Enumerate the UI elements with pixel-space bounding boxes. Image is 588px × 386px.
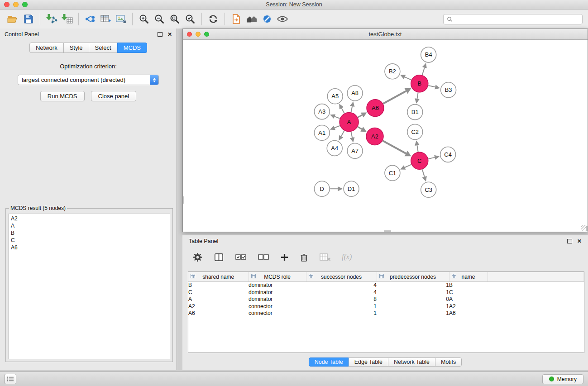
zoom-network-window-button[interactable] [204, 32, 209, 37]
new-network-button[interactable] [82, 12, 98, 26]
add-row-button[interactable] [280, 253, 289, 262]
delete-table-button[interactable] [319, 253, 331, 262]
memory-button[interactable]: Memory [542, 374, 583, 384]
result-item[interactable]: C [9, 237, 170, 244]
open-file-button[interactable] [5, 12, 21, 26]
graph-edge[interactable] [422, 67, 425, 75]
network-canvas[interactable]: AA2A6BCA1A3A4A5A7A8B1B2B3B4C1C2C3C4DD1 [183, 40, 588, 232]
graph-node[interactable]: B3 [441, 82, 456, 98]
tab-node-table[interactable]: Node Table [309, 357, 349, 367]
graph-node[interactable]: B4 [421, 47, 436, 62]
zoom-selected-button[interactable] [182, 12, 198, 26]
zoom-fit-button[interactable] [167, 12, 182, 26]
network-graph[interactable]: AA2A6BCA1A3A4A5A7A8B1B2B3B4C1C2C3C4DD1 [183, 40, 588, 232]
column-header-predecessor-nodes[interactable]: predecessor nodes [377, 272, 449, 282]
graph-node[interactable]: C1 [385, 165, 400, 181]
graph-edge[interactable] [358, 127, 362, 129]
refresh-view-button[interactable] [206, 12, 221, 26]
graph-edge[interactable] [341, 131, 344, 136]
graph-edge[interactable] [422, 169, 425, 176]
result-item[interactable]: A6 [9, 244, 170, 251]
graph-node[interactable]: C2 [407, 124, 423, 140]
graph-edge[interactable] [383, 141, 406, 153]
show-hide-details-button[interactable] [275, 12, 290, 26]
column-header-successor-nodes[interactable]: successor nodes [306, 272, 377, 282]
run-mcds-button[interactable]: Run MCDS [40, 91, 85, 101]
table-row[interactable]: A6connector11A6 [188, 310, 584, 317]
graph-edge[interactable] [417, 92, 418, 99]
column-header-mcds-role[interactable]: MCDS role [249, 272, 306, 282]
graph-edge[interactable] [335, 126, 340, 128]
search-box[interactable] [443, 14, 583, 24]
graph-node[interactable]: A8 [347, 86, 363, 101]
graph-edge[interactable] [351, 132, 353, 138]
close-network-window-button[interactable] [187, 32, 192, 37]
column-header-name[interactable]: name [449, 272, 488, 282]
new-table-button[interactable] [98, 12, 113, 26]
graph-edge[interactable] [351, 106, 353, 112]
close-panel-button[interactable]: ✕ [167, 32, 172, 37]
table-row[interactable]: Adominator80A [188, 296, 584, 303]
tab-network-table[interactable]: Network Table [388, 357, 435, 367]
minimize-window-button[interactable] [13, 2, 19, 7]
graph-edge[interactable] [417, 145, 418, 152]
show-columns-button[interactable] [214, 252, 224, 262]
search-input[interactable] [455, 15, 579, 23]
optimization-criterion-dropdown[interactable]: largest connected component (directed) [18, 75, 159, 85]
graph-node[interactable]: A2 [366, 128, 383, 145]
graph-edge[interactable] [428, 157, 435, 159]
graph-node[interactable]: C3 [421, 182, 436, 197]
graph-node[interactable]: B1 [407, 105, 423, 120]
graph-node[interactable]: A3 [314, 104, 330, 119]
table-row[interactable]: Bdominator41B [188, 282, 584, 289]
result-item[interactable]: B [9, 229, 170, 237]
close-panel-button[interactable]: Close panel [91, 91, 137, 101]
graph-node[interactable]: A7 [347, 143, 363, 158]
horizontal-scrollbar-thumb[interactable] [384, 230, 391, 232]
resize-grip[interactable] [581, 225, 587, 231]
tab-mcds[interactable]: MCDS [117, 43, 147, 53]
float-panel-button[interactable] [158, 32, 163, 37]
graph-node[interactable]: C [411, 152, 428, 169]
result-item[interactable]: A2 [9, 215, 170, 222]
style-toggle-button[interactable] [259, 12, 275, 26]
graph-node[interactable]: A4 [327, 140, 342, 156]
save-session-button[interactable] [21, 12, 36, 26]
zoom-in-button[interactable] [136, 12, 152, 26]
panel-menu-button[interactable] [5, 374, 16, 384]
graph-edge[interactable] [428, 86, 435, 87]
graph-node[interactable]: D1 [344, 181, 359, 196]
import-table-file-button[interactable] [59, 12, 75, 26]
vertical-scrollbar-thumb[interactable] [183, 196, 184, 204]
zoom-window-button[interactable] [22, 2, 28, 7]
graph-node[interactable]: B2 [385, 64, 400, 79]
tab-select[interactable]: Select [89, 43, 118, 53]
network-window-titlebar[interactable]: testGlobe.txt [183, 29, 588, 40]
graph-node[interactable]: A6 [367, 100, 384, 117]
import-network-file-button[interactable] [44, 12, 59, 26]
open-network-file-button[interactable] [229, 12, 244, 26]
zoom-out-button[interactable] [152, 12, 167, 26]
graph-node[interactable]: B [411, 75, 428, 92]
close-table-panel-button[interactable]: ✕ [577, 239, 582, 243]
first-neighbors-button[interactable] [244, 12, 259, 26]
select-all-rows-button[interactable] [235, 253, 247, 262]
minimize-network-window-button[interactable] [196, 32, 201, 37]
float-table-panel-button[interactable] [567, 239, 572, 243]
graph-node[interactable]: A1 [314, 125, 330, 141]
graph-edge[interactable] [405, 165, 411, 167]
unselect-all-rows-button[interactable] [258, 253, 269, 262]
tab-motifs[interactable]: Motifs [435, 357, 462, 367]
table-row[interactable]: A2connector11A2 [188, 303, 584, 310]
graph-node[interactable]: D [314, 181, 330, 196]
function-builder-button[interactable]: f(x) [342, 253, 352, 261]
export-image-button[interactable] [113, 12, 129, 26]
graph-node[interactable]: C4 [440, 147, 456, 162]
tab-network[interactable]: Network [29, 43, 64, 53]
column-header-shared-name[interactable]: shared name [188, 272, 249, 282]
tab-style[interactable]: Style [63, 43, 89, 53]
result-item[interactable]: A [9, 222, 170, 229]
graph-edge[interactable] [383, 91, 406, 104]
close-window-button[interactable] [4, 2, 10, 7]
graph-edge[interactable] [358, 115, 362, 117]
